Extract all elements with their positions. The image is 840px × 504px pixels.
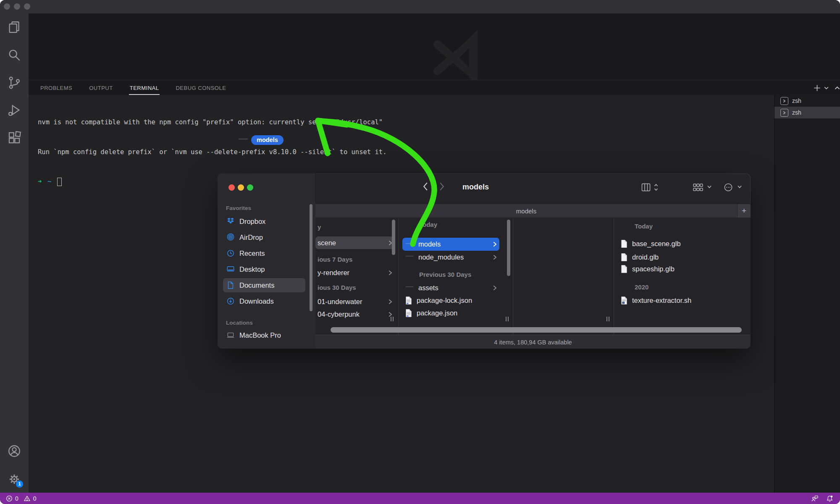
finder-row-scene[interactable]: scene (315, 236, 395, 249)
warning-count: 0 (33, 495, 37, 502)
finder-row-models-selected[interactable]: models (402, 238, 499, 251)
vscode-logo-watermark (433, 27, 495, 88)
tab-output[interactable]: OUTPUT (89, 85, 113, 91)
column-resize-handle[interactable] (391, 317, 394, 321)
notifications-bell-icon[interactable] (826, 495, 833, 502)
group-header: ious 7 Days (318, 256, 352, 263)
back-button[interactable] (423, 182, 428, 194)
problems-status[interactable]: 0 0 (0, 495, 37, 502)
finder-row-spaceship[interactable]: spaceship.glb (620, 263, 711, 275)
column-resize-handle[interactable] (606, 317, 610, 321)
settings-gear-icon[interactable]: 1 (7, 472, 21, 486)
locations-section-title: Locations (226, 320, 253, 326)
status-bar: 0 0 (0, 493, 840, 504)
terminal-list-item[interactable]: zsh (774, 95, 840, 107)
finder-row-node-modules[interactable]: node_modules (405, 251, 499, 263)
drag-ghost-label: models (251, 135, 284, 145)
view-updown-chevrons-icon[interactable] (654, 183, 659, 192)
finder-window: Favorites Dropbox AirDrop Recents (218, 173, 751, 349)
errors-icon (6, 495, 13, 502)
finder-zoom-button[interactable] (247, 184, 253, 191)
sidebar-item-label: Downloads (239, 297, 274, 305)
zoom-window-button[interactable] (24, 3, 30, 10)
group-by-icon[interactable] (693, 183, 704, 192)
tab-terminal[interactable]: TERMINAL (130, 85, 159, 91)
finder-row-package-json[interactable]: package.json (405, 307, 499, 319)
sidebar-scrollbar[interactable] (310, 204, 312, 311)
column-scrollbar[interactable] (507, 220, 510, 276)
forward-button[interactable] (439, 182, 445, 194)
vscode-window: 1 PROBLEMS OUTPUT TERMINAL DEBUG CONSOLE (0, 0, 840, 504)
explorer-icon[interactable] (7, 20, 21, 34)
drag-ghost-models-folder[interactable]: models (238, 135, 284, 145)
vscode-titlebar (0, 0, 840, 13)
more-actions-icon[interactable] (724, 183, 733, 192)
sidebar-item-macbook-pro[interactable]: MacBook Pro (223, 328, 305, 342)
finder-column-1: y scene ious 7 Days y-renderer ious 30 D… (315, 218, 398, 335)
warnings-icon (24, 495, 31, 502)
terminal-list-label: zsh (792, 97, 801, 104)
chevron-down-icon[interactable] (737, 185, 742, 189)
sidebar-item-label: MacBook Pro (239, 331, 281, 339)
file-icon (620, 253, 628, 262)
finder-close-button[interactable] (228, 184, 235, 191)
group-header: Today (635, 223, 653, 230)
finder-row-assets[interactable]: assets (405, 282, 499, 294)
new-tab-button[interactable]: + (737, 204, 751, 218)
feedback-icon[interactable] (811, 495, 819, 502)
column-resize-handle[interactable] (506, 317, 509, 321)
finder-row-droid[interactable]: droid.glb (620, 251, 711, 263)
finder-row-underwater[interactable]: 01-underwater (315, 296, 395, 307)
run-debug-icon[interactable] (7, 103, 21, 117)
close-window-button[interactable] (4, 3, 10, 10)
finder-tab-models[interactable]: models (315, 204, 737, 218)
finder-minimize-button[interactable] (238, 184, 244, 191)
clock-icon (226, 249, 235, 257)
sidebar-item-documents[interactable]: Documents (223, 278, 305, 292)
sidebar-item-desktop[interactable]: Desktop (223, 262, 305, 276)
finder-row-cyberpunk[interactable]: 04-cyberpunk (315, 308, 395, 320)
new-terminal-icon[interactable] (813, 84, 821, 92)
column-divider (513, 218, 513, 335)
search-icon[interactable] (7, 48, 21, 62)
panel-tab-row: PROBLEMS OUTPUT TERMINAL DEBUG CONSOLE (29, 80, 840, 95)
downloads-icon (226, 297, 235, 305)
extensions-icon[interactable] (7, 131, 21, 145)
finder-row-renderer[interactable]: y-renderer (315, 267, 395, 278)
desktop-icon (226, 265, 235, 273)
group-header: Previous 30 Days (419, 271, 471, 278)
sidebar-item-label: AirDrop (239, 234, 263, 242)
error-count: 0 (15, 495, 18, 502)
group-header: Today (419, 221, 437, 228)
airdrop-icon (226, 233, 235, 242)
activity-bar: 1 (0, 13, 29, 493)
folder-icon (405, 284, 414, 292)
folder-icon (405, 240, 414, 249)
tab-debug-console[interactable]: DEBUG CONSOLE (176, 85, 226, 91)
terminal-line: nvm is not compatible with the npm confi… (38, 118, 387, 128)
terminal-dropdown-icon[interactable] (824, 85, 829, 91)
terminal-list-item-selected[interactable]: zsh (774, 107, 840, 118)
chevron-down-icon[interactable] (707, 185, 712, 189)
prompt-arrow: ➜ (38, 177, 42, 187)
maximize-panel-icon[interactable] (834, 85, 840, 91)
group-header: 2020 (635, 284, 648, 291)
prompt-path: ~ (47, 177, 51, 187)
sidebar-item-downloads[interactable]: Downloads (223, 294, 305, 308)
source-control-icon[interactable] (7, 76, 21, 90)
chevron-right-icon (388, 270, 392, 276)
terminal-list-label: zsh (792, 109, 801, 116)
finder-row-package-lock[interactable]: package-lock.json (405, 294, 499, 306)
account-icon[interactable] (7, 444, 21, 458)
sidebar-item-recents[interactable]: Recents (223, 246, 305, 260)
sidebar-item-dropbox[interactable]: Dropbox (223, 214, 305, 228)
column-scrollbar[interactable] (392, 220, 395, 255)
tab-problems[interactable]: PROBLEMS (40, 85, 72, 91)
finder-row-texture-extractor[interactable]: texture-extractor.sh (620, 294, 711, 306)
minimize-window-button[interactable] (14, 3, 20, 10)
horizontal-scrollbar[interactable] (331, 327, 742, 333)
finder-row-base-scene[interactable]: base_scene.glb (620, 238, 711, 249)
column-view-icon[interactable] (641, 183, 651, 192)
sidebar-item-airdrop[interactable]: AirDrop (223, 230, 305, 244)
terminal-cursor (57, 178, 62, 186)
